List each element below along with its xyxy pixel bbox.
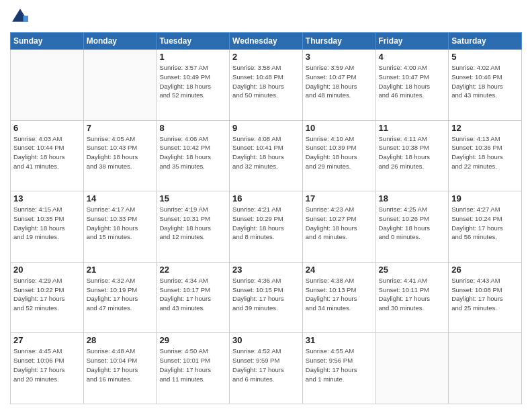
calendar-week-5: 27Sunrise: 4:45 AM Sunset: 10:06 PM Dayl… [11, 333, 522, 404]
day-info: Sunrise: 4:52 AM Sunset: 9:59 PM Dayligh… [232, 347, 300, 383]
day-number: 8 [159, 123, 226, 133]
calendar-cell: 14Sunrise: 4:17 AM Sunset: 10:33 PM Dayl… [83, 191, 157, 263]
day-number: 9 [232, 123, 300, 133]
day-number: 18 [379, 193, 446, 203]
calendar-cell: 19Sunrise: 4:27 AM Sunset: 10:24 PM Dayl… [449, 191, 522, 263]
calendar-cell: 20Sunrise: 4:29 AM Sunset: 10:22 PM Dayl… [11, 262, 84, 333]
day-number: 1 [159, 52, 226, 62]
day-number: 22 [159, 265, 226, 275]
day-number: 19 [451, 193, 519, 203]
calendar-cell: 23Sunrise: 4:36 AM Sunset: 10:15 PM Dayl… [230, 262, 303, 333]
calendar-cell: 31Sunrise: 4:55 AM Sunset: 9:56 PM Dayli… [302, 333, 375, 404]
weekday-header-monday: Monday [83, 33, 157, 50]
day-number: 30 [232, 335, 300, 345]
day-number: 14 [87, 193, 154, 203]
day-info: Sunrise: 4:38 AM Sunset: 10:13 PM Daylig… [306, 276, 373, 313]
calendar-cell: 26Sunrise: 4:43 AM Sunset: 10:08 PM Dayl… [449, 262, 522, 333]
day-number: 31 [306, 335, 373, 345]
weekday-header-sunday: Sunday [11, 33, 84, 50]
day-number: 25 [379, 265, 446, 275]
day-info: Sunrise: 4:48 AM Sunset: 10:04 PM Daylig… [87, 347, 154, 383]
day-info: Sunrise: 4:29 AM Sunset: 10:22 PM Daylig… [13, 276, 81, 313]
day-info: Sunrise: 4:43 AM Sunset: 10:08 PM Daylig… [451, 276, 519, 313]
calendar-cell: 22Sunrise: 4:34 AM Sunset: 10:17 PM Dayl… [157, 262, 230, 333]
day-number: 5 [451, 52, 519, 62]
day-number: 16 [232, 193, 300, 203]
day-info: Sunrise: 4:25 AM Sunset: 10:26 PM Daylig… [379, 205, 446, 242]
day-info: Sunrise: 4:13 AM Sunset: 10:36 PM Daylig… [451, 134, 519, 171]
weekday-header-saturday: Saturday [449, 33, 522, 50]
calendar-header-row: SundayMondayTuesdayWednesdayThursdayFrid… [11, 33, 522, 50]
calendar-cell: 12Sunrise: 4:13 AM Sunset: 10:36 PM Dayl… [449, 120, 522, 191]
svg-marker-1 [24, 16, 29, 22]
calendar-cell: 21Sunrise: 4:32 AM Sunset: 10:19 PM Dayl… [83, 262, 157, 333]
day-info: Sunrise: 4:06 AM Sunset: 10:42 PM Daylig… [159, 134, 226, 171]
weekday-header-thursday: Thursday [302, 33, 375, 50]
day-number: 3 [306, 52, 373, 62]
calendar-cell: 6Sunrise: 4:03 AM Sunset: 10:44 PM Dayli… [11, 120, 84, 191]
day-info: Sunrise: 4:36 AM Sunset: 10:15 PM Daylig… [232, 276, 300, 313]
calendar-cell: 16Sunrise: 4:21 AM Sunset: 10:29 PM Dayl… [230, 191, 303, 263]
calendar-cell: 18Sunrise: 4:25 AM Sunset: 10:26 PM Dayl… [375, 191, 449, 263]
weekday-header-friday: Friday [375, 33, 449, 50]
day-info: Sunrise: 4:32 AM Sunset: 10:19 PM Daylig… [87, 276, 154, 313]
day-number: 23 [232, 265, 300, 275]
page: SundayMondayTuesdayWednesdayThursdayFrid… [0, 0, 532, 411]
calendar-cell: 4Sunrise: 4:00 AM Sunset: 10:47 PM Dayli… [375, 50, 449, 121]
day-number: 7 [87, 123, 154, 133]
calendar-cell: 1Sunrise: 3:57 AM Sunset: 10:49 PM Dayli… [157, 50, 230, 121]
calendar-cell: 7Sunrise: 4:05 AM Sunset: 10:43 PM Dayli… [83, 120, 157, 191]
calendar-cell: 2Sunrise: 3:58 AM Sunset: 10:48 PM Dayli… [230, 50, 303, 121]
calendar-cell: 28Sunrise: 4:48 AM Sunset: 10:04 PM Dayl… [83, 333, 157, 404]
calendar-cell [375, 333, 449, 404]
calendar-cell: 8Sunrise: 4:06 AM Sunset: 10:42 PM Dayli… [157, 120, 230, 191]
day-number: 17 [306, 193, 373, 203]
calendar-cell: 11Sunrise: 4:11 AM Sunset: 10:38 PM Dayl… [375, 120, 449, 191]
calendar-week-4: 20Sunrise: 4:29 AM Sunset: 10:22 PM Dayl… [11, 262, 522, 333]
day-number: 26 [451, 265, 519, 275]
day-number: 2 [232, 52, 300, 62]
day-number: 13 [13, 193, 81, 203]
day-info: Sunrise: 4:19 AM Sunset: 10:31 PM Daylig… [159, 205, 226, 242]
day-info: Sunrise: 4:45 AM Sunset: 10:06 PM Daylig… [13, 347, 81, 383]
day-info: Sunrise: 4:08 AM Sunset: 10:41 PM Daylig… [232, 134, 300, 171]
calendar-cell [83, 50, 157, 121]
day-number: 4 [379, 52, 446, 62]
calendar-cell: 29Sunrise: 4:50 AM Sunset: 10:01 PM Dayl… [157, 333, 230, 404]
day-number: 11 [379, 123, 446, 133]
calendar-cell: 17Sunrise: 4:23 AM Sunset: 10:27 PM Dayl… [302, 191, 375, 263]
day-number: 12 [451, 123, 519, 133]
weekday-header-wednesday: Wednesday [230, 33, 303, 50]
weekday-header-tuesday: Tuesday [157, 33, 230, 50]
day-number: 15 [159, 193, 226, 203]
day-info: Sunrise: 4:11 AM Sunset: 10:38 PM Daylig… [379, 134, 446, 171]
calendar-week-2: 6Sunrise: 4:03 AM Sunset: 10:44 PM Dayli… [11, 120, 522, 191]
day-info: Sunrise: 4:03 AM Sunset: 10:44 PM Daylig… [13, 134, 81, 171]
day-info: Sunrise: 4:10 AM Sunset: 10:39 PM Daylig… [306, 134, 373, 171]
day-info: Sunrise: 4:23 AM Sunset: 10:27 PM Daylig… [306, 205, 373, 242]
day-info: Sunrise: 4:15 AM Sunset: 10:35 PM Daylig… [13, 205, 81, 242]
header [10, 7, 522, 27]
day-number: 10 [306, 123, 373, 133]
calendar-cell [449, 333, 522, 404]
day-number: 28 [87, 335, 154, 345]
day-number: 29 [159, 335, 226, 345]
day-info: Sunrise: 4:02 AM Sunset: 10:46 PM Daylig… [451, 63, 519, 100]
calendar-table: SundayMondayTuesdayWednesdayThursdayFrid… [10, 32, 522, 404]
logo [10, 7, 33, 27]
calendar-week-1: 1Sunrise: 3:57 AM Sunset: 10:49 PM Dayli… [11, 50, 522, 121]
calendar-cell: 10Sunrise: 4:10 AM Sunset: 10:39 PM Dayl… [302, 120, 375, 191]
day-info: Sunrise: 3:57 AM Sunset: 10:49 PM Daylig… [159, 63, 226, 100]
calendar-cell: 5Sunrise: 4:02 AM Sunset: 10:46 PM Dayli… [449, 50, 522, 121]
day-info: Sunrise: 4:55 AM Sunset: 9:56 PM Dayligh… [306, 347, 373, 383]
calendar-cell: 24Sunrise: 4:38 AM Sunset: 10:13 PM Dayl… [302, 262, 375, 333]
day-info: Sunrise: 4:00 AM Sunset: 10:47 PM Daylig… [379, 63, 446, 100]
day-number: 21 [87, 265, 154, 275]
calendar-cell [11, 50, 84, 121]
day-info: Sunrise: 4:27 AM Sunset: 10:24 PM Daylig… [451, 205, 519, 242]
day-number: 6 [13, 123, 81, 133]
day-info: Sunrise: 3:59 AM Sunset: 10:47 PM Daylig… [306, 63, 373, 100]
day-info: Sunrise: 4:34 AM Sunset: 10:17 PM Daylig… [159, 276, 226, 313]
day-number: 20 [13, 265, 81, 275]
day-info: Sunrise: 3:58 AM Sunset: 10:48 PM Daylig… [232, 63, 300, 100]
